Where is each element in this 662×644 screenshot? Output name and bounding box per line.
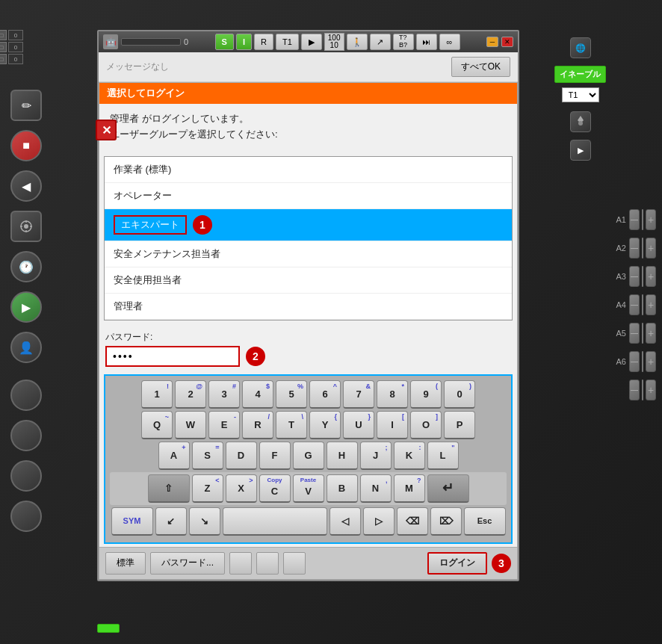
skip-btn[interactable]: ⏭ (416, 34, 437, 50)
key-left-arrow[interactable]: ◁ (330, 507, 361, 536)
user-item-5[interactable]: 管理者 (105, 294, 512, 320)
key-esc[interactable]: Esc (464, 507, 506, 536)
a4-plus[interactable]: + (646, 294, 656, 315)
a1-minus[interactable]: ─ (629, 209, 640, 230)
key-k[interactable]: :K (394, 442, 425, 470)
person-button[interactable]: 👤 (10, 332, 42, 363)
key-sw-arrow[interactable]: ↙ (155, 507, 187, 536)
inf-btn[interactable]: ∞ (439, 34, 460, 50)
a2-minus[interactable]: ─ (629, 238, 640, 258)
key-g[interactable]: G (293, 442, 324, 470)
ok-button[interactable]: すべてOK (451, 57, 510, 77)
key-i[interactable]: [I (377, 411, 408, 439)
play-icon-btn[interactable]: ▶ (301, 34, 322, 50)
i-button[interactable]: I (236, 34, 252, 50)
btn8[interactable] (10, 380, 42, 411)
key-9[interactable]: (9 (410, 380, 442, 409)
key-t[interactable]: \T (276, 411, 307, 439)
btn4[interactable] (256, 552, 279, 575)
key-7[interactable]: &7 (343, 380, 374, 409)
btn11[interactable] (10, 501, 42, 532)
key-x[interactable]: >X (226, 474, 257, 503)
key-p[interactable]: P (444, 411, 475, 439)
key-a[interactable]: +A (158, 442, 190, 470)
key-2[interactable]: @2 (175, 380, 206, 409)
btn10[interactable] (10, 460, 42, 492)
key-v[interactable]: Paste V (293, 474, 324, 503)
key-enter[interactable]: ↵ (427, 474, 469, 503)
key-c[interactable]: Copy C (259, 474, 291, 503)
key-6[interactable]: ^6 (309, 380, 341, 409)
key-3[interactable]: #3 (208, 380, 240, 409)
arrow-btn[interactable]: ↗ (370, 34, 391, 50)
key-shift[interactable]: ⇧ (148, 474, 190, 503)
s-button[interactable]: S (215, 34, 234, 50)
key-s[interactable]: =S (192, 442, 223, 470)
key-space[interactable] (223, 507, 327, 536)
a4-minus[interactable]: ─ (629, 294, 640, 315)
minimize-button[interactable]: ─ (486, 37, 498, 47)
key-sym[interactable]: SYM (111, 507, 153, 536)
standard-button[interactable]: 標準 (105, 552, 146, 575)
play-button[interactable]: ▶ (10, 291, 42, 323)
password-input[interactable] (105, 346, 240, 367)
dialog-close-button[interactable]: ✕ (96, 120, 117, 140)
key-r[interactable]: /R (242, 411, 273, 439)
key-right-arrow[interactable]: ▷ (363, 507, 395, 536)
close-button[interactable]: ✕ (501, 37, 513, 47)
key-o[interactable]: ]O (410, 411, 442, 439)
extra-minus[interactable]: ─ (629, 380, 640, 400)
login-button[interactable]: ログイン (427, 552, 487, 575)
key-backspace[interactable]: ⌫ (397, 507, 428, 536)
key-h[interactable]: H (327, 442, 358, 470)
key-z[interactable]: <Z (192, 474, 223, 503)
a3-minus[interactable]: ─ (629, 266, 640, 287)
key-m[interactable]: ?M (394, 474, 425, 503)
a5-plus[interactable]: + (646, 323, 656, 344)
btn3[interactable] (229, 552, 252, 575)
key-w[interactable]: W (175, 411, 206, 439)
key-f[interactable]: F (259, 442, 291, 470)
a1-plus[interactable]: + (646, 209, 656, 230)
walk-btn[interactable]: 🚶 (347, 34, 368, 50)
key-5[interactable]: %5 (276, 380, 307, 409)
extra-plus[interactable]: + (646, 380, 656, 400)
key-u[interactable]: }U (343, 411, 374, 439)
a6-plus[interactable]: + (646, 351, 656, 372)
key-j[interactable]: ;J (360, 442, 392, 470)
key-n[interactable]: ,N (360, 474, 392, 503)
key-8[interactable]: *8 (377, 380, 408, 409)
robot-arm-btn[interactable] (570, 111, 591, 132)
query-btn[interactable]: T?B? (393, 34, 414, 50)
globe-btn[interactable]: 🌐 (570, 37, 591, 58)
key-delete[interactable]: ⌦ (430, 507, 462, 536)
key-0[interactable]: )0 (444, 380, 475, 409)
key-b[interactable]: B (327, 474, 358, 503)
a2-plus[interactable]: + (646, 238, 656, 258)
key-1[interactable]: !1 (141, 380, 173, 409)
key-se-arrow[interactable]: ↘ (189, 507, 220, 536)
pencil-button[interactable]: ✏ (10, 90, 42, 121)
a5-minus[interactable]: ─ (629, 323, 640, 344)
stop-button[interactable]: ■ (10, 130, 42, 161)
r-button[interactable]: R (254, 34, 273, 50)
a6-minus[interactable]: ─ (629, 351, 640, 372)
btn5[interactable] (283, 552, 306, 575)
t1-button[interactable]: T1 (276, 34, 299, 50)
user-item-4[interactable]: 安全使用担当者 (105, 267, 512, 294)
settings-button[interactable] (10, 211, 42, 242)
key-4[interactable]: $4 (242, 380, 273, 409)
clock-button[interactable]: 🕐 (10, 251, 42, 282)
password-button[interactable]: パスワード... (150, 552, 225, 575)
play-right-btn[interactable]: ▶ (570, 140, 591, 161)
key-q[interactable]: ~Q (141, 411, 173, 439)
left-arrow-button[interactable]: ◀ (10, 170, 42, 202)
user-item-0[interactable]: 作業者 (標準) (105, 157, 512, 183)
btn9[interactable] (10, 420, 42, 451)
user-item-expert[interactable]: エキスパート 1 (105, 209, 512, 241)
key-d[interactable]: D (226, 442, 257, 470)
key-y[interactable]: {Y (309, 411, 341, 439)
enable-button[interactable]: イネーブル (554, 66, 606, 83)
key-e[interactable]: -E (208, 411, 240, 439)
t1-selector[interactable]: T1 T2 Auto (562, 87, 599, 102)
